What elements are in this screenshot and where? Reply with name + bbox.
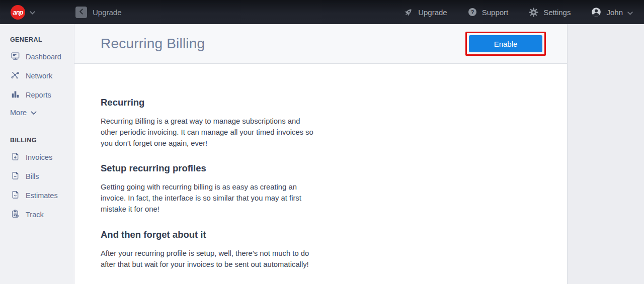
section-setup-profiles: Setup recurring profiles Getting going w…	[101, 163, 567, 215]
main-panel: Recurring Billing Enable Recurring Recur…	[74, 24, 568, 284]
sidebar-item-label: Dashboard	[26, 53, 61, 61]
sidebar-item-label: Network	[26, 72, 52, 80]
chevron-down-icon	[31, 109, 37, 117]
question-icon: ?	[467, 7, 477, 17]
section-body: Getting going with recurring billing is …	[101, 182, 319, 215]
section-heading: Setup recurring profiles	[101, 163, 567, 174]
gear-icon	[528, 7, 539, 18]
sidebar-item-dashboard[interactable]: Dashboard	[0, 47, 74, 66]
sidebar: GENERAL Dashboard	[0, 24, 74, 284]
nav-support[interactable]: ? Support	[467, 7, 509, 17]
top-navigation: Upgrade ? Support	[403, 7, 644, 18]
nav-user-menu[interactable]: John	[591, 7, 633, 18]
app-logo-text: anp	[13, 9, 23, 16]
nav-upgrade[interactable]: Upgrade	[403, 7, 447, 18]
back-button[interactable]	[75, 7, 87, 18]
section-body: After your recurring profile is setup, w…	[101, 248, 319, 270]
right-gutter	[568, 24, 644, 284]
page-context-label: Upgrade	[93, 8, 122, 17]
sidebar-item-label: Track	[26, 211, 44, 219]
section-body: Recurring Billing is a great way to mana…	[101, 116, 319, 149]
chevron-down-icon	[627, 8, 633, 17]
section-forget-about-it: And then forget about it After your recu…	[101, 229, 567, 270]
annotation-highlight: Enable	[465, 32, 546, 56]
app-logo: anp	[11, 5, 25, 20]
enable-button[interactable]: Enable	[469, 35, 542, 52]
estimate-tilde-icon	[11, 190, 20, 201]
network-nodes-icon	[11, 70, 20, 81]
breadcrumb: Upgrade	[75, 7, 122, 18]
body-row: GENERAL Dashboard	[0, 24, 644, 284]
nav-settings-label: Settings	[543, 8, 571, 17]
chevron-down-icon	[30, 8, 35, 17]
bill-minus-icon	[11, 171, 20, 182]
svg-text:?: ?	[470, 9, 474, 15]
sidebar-item-invoices[interactable]: Invoices	[0, 148, 74, 167]
sidebar-section-billing: BILLING	[10, 137, 74, 144]
section-heading: And then forget about it	[101, 229, 567, 240]
nav-support-label: Support	[482, 8, 509, 17]
dashboard-monitor-icon	[11, 51, 20, 62]
sidebar-item-label: Invoices	[26, 153, 52, 161]
sidebar-item-bills[interactable]: Bills	[0, 167, 74, 186]
sidebar-item-label: Estimates	[26, 192, 58, 200]
account-logo-menu[interactable]: anp	[0, 5, 74, 20]
sidebar-more-toggle[interactable]: More	[0, 105, 74, 121]
track-clipboard-icon	[11, 209, 20, 220]
nav-upgrade-label: Upgrade	[418, 8, 447, 17]
nav-settings[interactable]: Settings	[528, 7, 571, 18]
app-root: anp Upgrade	[0, 0, 644, 284]
chevron-left-icon	[79, 9, 84, 16]
invoice-plus-icon	[11, 152, 20, 163]
section-recurring: Recurring Recurring Billing is a great w…	[101, 97, 567, 149]
section-heading: Recurring	[101, 97, 567, 108]
avatar-icon	[591, 7, 602, 18]
page-header: Recurring Billing Enable	[74, 24, 567, 64]
page-content: Recurring Recurring Billing is a great w…	[74, 64, 567, 284]
sidebar-item-network[interactable]: Network	[0, 66, 74, 85]
sidebar-section-general: GENERAL	[10, 36, 74, 43]
more-label: More	[10, 109, 27, 117]
nav-user-label: John	[606, 8, 623, 17]
sidebar-item-track[interactable]: Track	[0, 205, 74, 224]
page-title: Recurring Billing	[101, 36, 205, 52]
sidebar-item-reports[interactable]: Reports	[0, 85, 74, 105]
rocket-icon	[403, 7, 414, 18]
sidebar-item-label: Bills	[26, 172, 39, 180]
sidebar-item-estimates[interactable]: Estimates	[0, 186, 74, 205]
sidebar-item-label: Reports	[26, 91, 51, 99]
topbar: anp Upgrade	[0, 0, 644, 24]
bar-chart-icon	[11, 89, 20, 101]
